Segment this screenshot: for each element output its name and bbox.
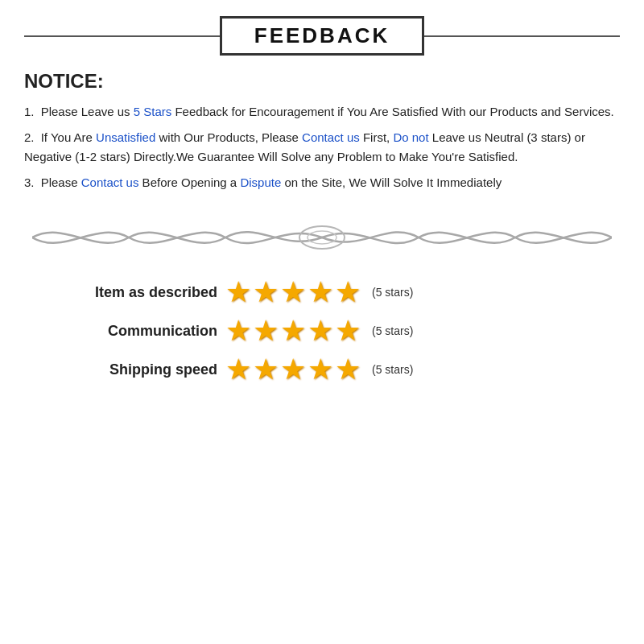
- stars-item-described: ★ ★ ★ ★ ★: [225, 278, 361, 307]
- star-3: ★: [280, 278, 306, 307]
- star-4: ★: [308, 355, 333, 384]
- rating-label-item-described: Item as described: [40, 284, 217, 301]
- notice-item-1-text: Please Leave us 5 Stars Feedback for Enc…: [41, 105, 614, 118]
- rating-count-item-described: (5 stars): [372, 286, 413, 299]
- stars-communication: ★ ★ ★ ★ ★: [225, 316, 361, 345]
- notice-title: NOTICE:: [24, 70, 620, 93]
- star-3: ★: [280, 316, 306, 345]
- star-5: ★: [335, 355, 361, 384]
- contact-us-text-1: Contact us: [302, 130, 360, 144]
- notice-item-1-number: 1.: [24, 105, 35, 118]
- star-1: ★: [225, 316, 251, 345]
- notice-items: 1. Please Leave us 5 Stars Feedback for …: [24, 102, 620, 199]
- star-4: ★: [308, 278, 333, 307]
- star-4: ★: [308, 316, 333, 345]
- notice-item-1: 1. Please Leave us 5 Stars Feedback for …: [24, 102, 620, 122]
- dispute-text: Dispute: [240, 175, 281, 189]
- star-2: ★: [253, 355, 279, 384]
- do-not-text: Do not: [393, 130, 428, 144]
- star-5: ★: [335, 278, 361, 307]
- notice-item-3-text: Please Contact us Before Opening a Dispu…: [41, 175, 502, 189]
- rating-row-communication: Communication ★ ★ ★ ★ ★ (5 stars): [40, 316, 620, 345]
- divider-svg: [32, 216, 612, 260]
- star-2: ★: [253, 278, 279, 307]
- notice-item-2: 2. If You Are Unsatisfied with Our Produ…: [24, 128, 620, 167]
- rating-label-communication: Communication: [40, 323, 217, 340]
- star-1: ★: [225, 278, 251, 307]
- notice-item-2-number: 2.: [24, 130, 35, 144]
- notice-item-3: 3. Please Contact us Before Opening a Di…: [24, 173, 620, 192]
- notice-item-2-text: If You Are Unsatisfied with Our Products…: [24, 130, 585, 163]
- stars-shipping: ★ ★ ★ ★ ★: [225, 355, 361, 384]
- five-stars-text: 5 Stars: [134, 105, 175, 118]
- star-2: ★: [253, 316, 279, 345]
- ratings-section: Item as described ★ ★ ★ ★ ★ (5 stars) Co…: [24, 278, 620, 384]
- star-1: ★: [225, 355, 251, 384]
- notice-item-3-number: 3.: [24, 175, 35, 189]
- feedback-title: FEEDBACK: [220, 16, 424, 56]
- header-line-left: [24, 35, 220, 37]
- rating-count-communication: (5 stars): [372, 324, 413, 337]
- rating-row-item-described: Item as described ★ ★ ★ ★ ★ (5 stars): [40, 278, 620, 307]
- star-5: ★: [335, 316, 361, 345]
- rating-label-shipping: Shipping speed: [40, 361, 217, 378]
- contact-us-text-2: Contact us: [81, 175, 139, 189]
- page: FEEDBACK NOTICE: 1. Please Leave us 5 St…: [0, 0, 644, 644]
- rating-row-shipping: Shipping speed ★ ★ ★ ★ ★ (5 stars): [40, 355, 620, 384]
- header-line-right: [424, 35, 620, 37]
- feedback-header: FEEDBACK: [24, 16, 620, 56]
- unsatisfied-text: Unsatisfied: [96, 130, 155, 144]
- rating-count-shipping: (5 stars): [372, 363, 413, 376]
- star-3: ★: [280, 355, 306, 384]
- decorative-divider: [24, 213, 620, 262]
